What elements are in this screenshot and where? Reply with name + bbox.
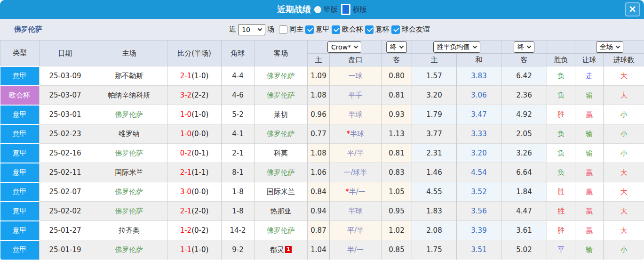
score-halftime: (1-0) [191, 245, 208, 254]
table-row: 意甲25-01-19佛罗伦萨1-1(1-0)9-2都灵11.04半/一0.851… [0, 240, 644, 260]
score-halftime: (0-2) [191, 226, 208, 235]
cell-league-badge: 意甲 [0, 163, 40, 182]
recent-count-value: 10 [242, 26, 250, 33]
away-team-name: 佛罗伦萨 [267, 168, 295, 177]
avg-select[interactable]: 胜平负均值 [433, 41, 480, 53]
league-checkbox-friendly[interactable] [391, 25, 400, 34]
cell-date: 25-02-11 [40, 163, 91, 182]
cell-score: 3-0(0-0) [167, 182, 222, 202]
cell-away-team: 国际米兰 [254, 182, 308, 202]
team-name: 佛罗伦萨 [14, 25, 42, 34]
cell-date: 25-01-27 [40, 221, 91, 240]
cell-home-team: 佛罗伦萨 [91, 105, 167, 124]
cell-home-team: 拉齐奥 [91, 221, 167, 240]
league-label-coppa-italia: 意杯 [375, 25, 390, 34]
away-team-name: 科莫 [274, 149, 288, 157]
table-row: 意甲25-03-01佛罗伦萨1-0(1-0)5-2莱切0.96半球0.931.7… [0, 105, 644, 124]
cell-odds-away: 0.83 [382, 163, 412, 182]
final-odds-select-right[interactable]: 终 [514, 41, 534, 53]
cell-odds-home: 0.94 [308, 202, 330, 221]
scope-select-value: 全场 [600, 43, 613, 51]
header-selects-row: 类型 日期 主场 比分(半场) 角球 客场 Crow* 终 胜平负均值 终 [0, 41, 644, 54]
col-header-home: 主场 [91, 41, 167, 66]
col-header-lose: 客 [501, 54, 547, 66]
cell-goals-result: 大 [604, 202, 644, 221]
cell-odds-home: 1.08 [308, 144, 330, 163]
score-halftime: (1-0) [191, 110, 208, 119]
cell-handicap: 平/半 [330, 221, 382, 240]
cell-league-badge: 意甲 [0, 124, 40, 144]
cell-result: 负 [547, 124, 575, 144]
score-fulltime: 1-2 [180, 226, 192, 235]
cell-handicap: 半/一 [330, 240, 382, 260]
col-header-goals: 进球数 [604, 54, 644, 66]
score-fulltime: 0-2 [180, 149, 192, 157]
col-header-away: 客场 [254, 41, 308, 66]
league-checkbox-conference[interactable] [332, 25, 340, 34]
col-header-type: 类型 [0, 41, 40, 66]
cell-result: 负 [547, 144, 575, 163]
away-team-name: 莱切 [274, 110, 288, 119]
table-row: 意甲25-02-11国际米兰2-1(1-1)8-1佛罗伦萨1.06一/球半0.8… [0, 163, 644, 182]
close-button[interactable]: × [625, 2, 640, 16]
same-home-checkbox[interactable] [279, 25, 287, 34]
cell-odds-away: 0.85 [382, 240, 412, 260]
cell-result: 负 [547, 163, 575, 182]
cell-handicap: 半球 [330, 202, 382, 221]
cell-handicap-result: 赢 [575, 202, 604, 221]
table-row: 意甲25-02-23维罗纳1-0(0-0)4-1佛罗伦萨0.77*半球1.133… [0, 124, 644, 144]
radio-selected-icon[interactable] [341, 4, 350, 15]
cell-lose-odds: 6.42 [501, 66, 547, 86]
cell-score: 1-0(1-0) [167, 105, 222, 124]
score-fulltime: 1-1 [180, 245, 192, 254]
cell-handicap-result: 输 [575, 86, 604, 105]
chevron-down-icon [258, 26, 262, 31]
away-team-name: 佛罗伦萨 [267, 226, 295, 235]
cell-handicap: *半球 [330, 124, 382, 144]
cell-score: 2-1(2-0) [167, 202, 222, 221]
cell-league-badge: 意甲 [0, 105, 40, 124]
cell-draw-odds: 3.52 [457, 182, 501, 202]
cell-league-badge: 欧会杯 [0, 86, 40, 105]
radio-vertical-label: 竖版 [324, 5, 338, 14]
scope-select[interactable]: 全场 [596, 41, 623, 53]
cell-date: 25-02-02 [40, 202, 91, 221]
cell-corner: 4-6 [222, 86, 254, 105]
col-header-handicap-result: 让球 [575, 54, 604, 66]
star-icon: * [347, 130, 350, 138]
cell-win-odds: 2.31 [412, 144, 457, 163]
bookmaker-select[interactable]: Crow* [327, 41, 361, 53]
red-card-badge: 1 [285, 246, 292, 253]
cell-league-badge: 意甲 [0, 66, 40, 86]
matches-label: 场 [267, 25, 274, 34]
cell-draw-odds: 3.47 [457, 105, 501, 124]
cell-goals-result: 小 [604, 240, 644, 260]
filters-group: 近 10 场 同主 意甲 欧会杯 意杯 球会友谊 [229, 24, 430, 35]
score-halftime: (2-2) [191, 91, 208, 99]
league-label-serie-a: 意甲 [316, 25, 330, 34]
chevron-down-icon [527, 44, 532, 49]
col-header-date: 日期 [40, 41, 91, 66]
cell-odds-away: 1.05 [382, 182, 412, 202]
cell-corner: 4-1 [222, 124, 254, 144]
league-checkbox-coppa-italia[interactable] [365, 25, 374, 34]
cell-handicap-result: 赢 [575, 221, 604, 240]
away-team-name: 国际米兰 [267, 188, 295, 196]
col-header-result: 胜负 [547, 54, 575, 66]
cell-goals-result: 大 [604, 66, 644, 86]
cell-home-team: 维罗纳 [91, 124, 167, 144]
score-fulltime: 2-1 [180, 207, 192, 215]
recent-count-select[interactable]: 10 [238, 24, 265, 35]
radio-horizontal-label: 横版 [353, 5, 367, 14]
radio-horizontal-layout[interactable]: 横版 [341, 4, 367, 15]
table-row: 意甲25-03-09那不勒斯2-1(1-0)4-4佛罗伦萨1.09一球0.801… [0, 66, 644, 86]
final-odds-select-left[interactable]: 终 [386, 41, 407, 53]
league-checkbox-serie-a[interactable] [305, 25, 314, 34]
recent-results-panel: 近期战绩 竖版 横版 × 佛罗伦萨 近 10 场 同主 意甲 [0, 0, 644, 261]
away-team-name: 热那亚 [270, 207, 292, 215]
cell-win-odds: 1.75 [412, 240, 457, 260]
cell-lose-odds: 6.64 [501, 163, 547, 182]
radio-vertical-layout[interactable]: 竖版 [314, 5, 338, 14]
scope-select-cell: 全场 [575, 41, 644, 54]
radio-unselected-icon[interactable] [314, 6, 321, 13]
